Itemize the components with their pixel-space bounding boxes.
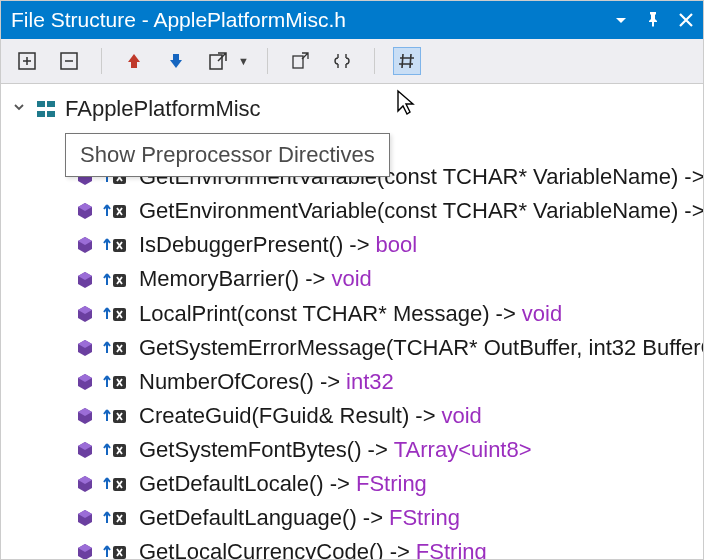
- method-icon: [75, 235, 95, 255]
- export-button[interactable]: [204, 47, 232, 75]
- export-dropdown-icon[interactable]: ▼: [238, 55, 249, 67]
- override-badge-icon: [103, 271, 129, 289]
- method-icon: [75, 508, 95, 528]
- close-icon[interactable]: [679, 8, 693, 32]
- override-badge-icon: [103, 202, 129, 220]
- member-return-type: int32: [346, 365, 394, 399]
- method-icon: [75, 406, 95, 426]
- toolbar: ▼: [1, 39, 703, 84]
- member-signature: LocalPrint(const TCHAR* Message) ->: [139, 297, 516, 331]
- member-return-type: void: [442, 399, 482, 433]
- override-badge-icon: [103, 236, 129, 254]
- tree-member-row[interactable]: GetDefaultLanguage() -> FString: [1, 501, 703, 535]
- override-badge-icon: [103, 373, 129, 391]
- method-icon: [75, 338, 95, 358]
- member-return-type: void: [522, 297, 562, 331]
- toolbar-separator: [374, 48, 375, 74]
- up-arrow-button[interactable]: [120, 47, 148, 75]
- member-return-type: TArray<uint8>: [394, 433, 532, 467]
- window-dropdown-icon[interactable]: [615, 8, 627, 32]
- member-signature: NumberOfCores() ->: [139, 365, 340, 399]
- method-icon: [75, 270, 95, 290]
- expand-all-button[interactable]: [13, 47, 41, 75]
- member-signature: GetDefaultLanguage() ->: [139, 501, 383, 535]
- mouse-cursor-icon: [395, 89, 419, 122]
- svg-rect-4: [37, 101, 45, 107]
- member-return-type: FString: [356, 467, 427, 501]
- toggle-regions-button[interactable]: [286, 47, 314, 75]
- tooltip-text: Show Preprocessor Directives: [80, 142, 375, 167]
- method-icon: [75, 372, 95, 392]
- tree-member-row[interactable]: IsDebuggerPresent() -> bool: [1, 228, 703, 262]
- toolbar-separator: [267, 48, 268, 74]
- member-return-type: FString: [416, 535, 487, 560]
- method-icon: [75, 474, 95, 494]
- tree-member-row[interactable]: LocalPrint(const TCHAR* Message) -> void: [1, 297, 703, 331]
- down-arrow-button[interactable]: [162, 47, 190, 75]
- override-badge-icon: [103, 441, 129, 459]
- member-signature: GetLocalCurrencyCode() ->: [139, 535, 410, 560]
- title-bar: File Structure - ApplePlatformMisc.h: [1, 1, 703, 39]
- member-signature: CreateGuid(FGuid& Result) ->: [139, 399, 436, 433]
- method-icon: [75, 542, 95, 560]
- member-signature: MemoryBarrier() ->: [139, 262, 325, 296]
- override-badge-icon: [103, 407, 129, 425]
- member-return-type: void: [331, 262, 371, 296]
- svg-rect-7: [47, 111, 55, 117]
- chevron-down-icon[interactable]: [11, 97, 27, 122]
- tree-member-row[interactable]: GetSystemErrorMessage(TCHAR* OutBuffer, …: [1, 331, 703, 365]
- struct-icon: [35, 98, 57, 120]
- member-signature: GetEnvironmentVariable(const TCHAR* Vari…: [139, 194, 704, 228]
- window-controls: [615, 8, 693, 32]
- tree-member-row[interactable]: GetLocalCurrencyCode() -> FString: [1, 535, 703, 560]
- method-icon: [75, 440, 95, 460]
- method-icon: [75, 201, 95, 221]
- override-badge-icon: [103, 543, 129, 560]
- tooltip: Show Preprocessor Directives: [65, 133, 390, 177]
- tree-root-row[interactable]: FApplePlatformMisc: [1, 92, 703, 126]
- member-signature: GetSystemFontBytes() ->: [139, 433, 388, 467]
- pin-icon[interactable]: [645, 8, 661, 32]
- collapse-all-button[interactable]: [55, 47, 83, 75]
- tree-member-row[interactable]: NumberOfCores() -> int32: [1, 365, 703, 399]
- preprocessor-directives-button[interactable]: [393, 47, 421, 75]
- method-icon: [75, 304, 95, 324]
- tree-member-row[interactable]: CreateGuid(FGuid& Result) -> void: [1, 399, 703, 433]
- svg-rect-3: [293, 56, 303, 68]
- member-return-type: FString: [389, 501, 460, 535]
- member-signature: IsDebuggerPresent() ->: [139, 228, 370, 262]
- tree-member-row[interactable]: GetEnvironmentVariable(const TCHAR* Vari…: [1, 194, 703, 228]
- svg-rect-2: [210, 55, 222, 69]
- override-badge-icon: [103, 475, 129, 493]
- root-name: FApplePlatformMisc: [65, 92, 261, 126]
- member-signature: GetSystemErrorMessage(TCHAR* OutBuffer, …: [139, 331, 704, 365]
- svg-rect-5: [47, 101, 55, 107]
- override-badge-icon: [103, 305, 129, 323]
- member-signature: GetDefaultLocale() ->: [139, 467, 350, 501]
- toggle-implementation-button[interactable]: [328, 47, 356, 75]
- tree-member-row[interactable]: GetSystemFontBytes() -> TArray<uint8>: [1, 433, 703, 467]
- svg-rect-6: [37, 111, 45, 117]
- override-badge-icon: [103, 339, 129, 357]
- override-badge-icon: [103, 509, 129, 527]
- tree-member-row[interactable]: MemoryBarrier() -> void: [1, 262, 703, 296]
- toolbar-separator: [101, 48, 102, 74]
- window-title: File Structure - ApplePlatformMisc.h: [11, 8, 615, 32]
- tree-member-row[interactable]: GetDefaultLocale() -> FString: [1, 467, 703, 501]
- member-return-type: bool: [376, 228, 418, 262]
